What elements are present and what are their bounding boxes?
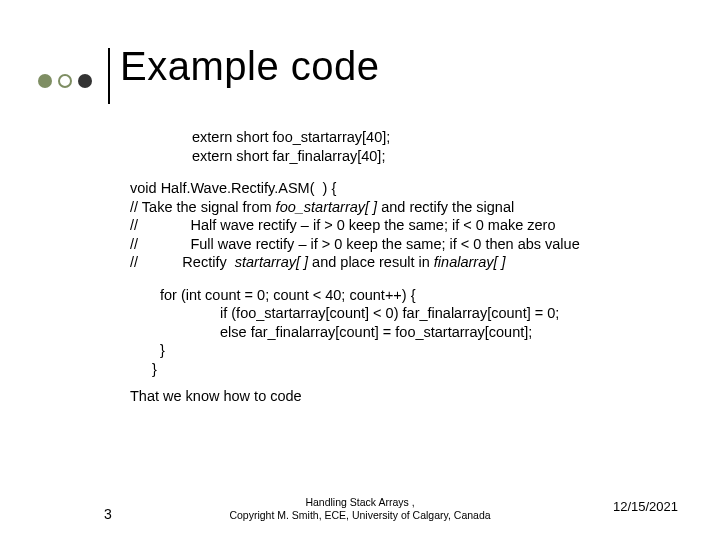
code-line: if (foo_startarray[count] < 0) far_final… [130,304,690,323]
code-line: // Half wave rectify – if > 0 keep the s… [130,216,690,235]
code-line: else far_finalarray[count] = foo_startar… [130,323,690,342]
code-line: for (int count = 0; count < 40; count++)… [130,286,690,305]
code-line: void Half.Wave.Rectify.ASM( ) { [130,179,690,198]
slide-body: extern short foo_startarray[40]; extern … [130,128,690,405]
spacer [130,272,690,286]
text: and rectify the signal [377,199,514,215]
slide: Example code extern short foo_startarray… [0,0,720,540]
code-line: } [130,341,690,360]
closing-text: That we know how to code [130,387,690,406]
bullet-icon [58,74,72,88]
text: // Rectify [130,254,235,270]
spacer [130,165,690,179]
text: and place result in [308,254,434,270]
title-divider [108,48,110,104]
footer-date: 12/15/2021 [613,499,678,514]
text: // Take the signal from [130,199,276,215]
slide-title: Example code [120,44,379,89]
code-line: extern short foo_startarray[40]; [130,128,690,147]
code-line: // Take the signal from foo_startarray[ … [130,198,690,217]
title-bullets [38,74,92,88]
code-line: } [130,360,690,379]
code-line: extern short far_finalarray[40]; [130,147,690,166]
bullet-icon [38,74,52,88]
code-line: // Rectify startarray[ ] and place resul… [130,253,690,272]
code-line: // Full wave rectify – if > 0 keep the s… [130,235,690,254]
text-italic: foo_startarray[ ] [276,199,378,215]
text-italic: startarray[ ] [235,254,308,270]
bullet-icon [78,74,92,88]
text-italic: finalarray[ ] [434,254,506,270]
